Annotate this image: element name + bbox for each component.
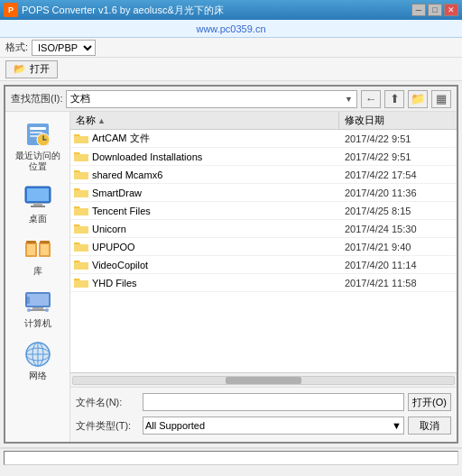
folder-icon [74,187,88,199]
cancel-button[interactable]: 取消 [408,416,451,435]
folder-icon [74,169,88,181]
open-bar: 📂 打开 [0,58,462,81]
format-select[interactable]: ISO/PBP [32,40,96,56]
new-folder-icon: 📁 [411,92,425,105]
file-row[interactable]: VideoCopilot2017/4/20 11:14 [70,256,457,274]
view-icon: ▦ [436,92,447,105]
file-name: VideoCopilot [92,260,148,270]
file-name-cell: shared Mcamx6 [70,169,339,181]
file-name-cell: UPUPOO [70,241,339,253]
close-button[interactable]: ✕ [444,4,458,16]
folder-icon [74,223,88,235]
file-row[interactable]: Tencent Files2017/4/25 8:15 [70,202,457,220]
new-folder-button[interactable]: 📁 [408,90,428,108]
open-dialog: 查找范围(I): 文档 ▼ ← ⬆ 📁 ▦ [4,85,458,444]
up-folder-icon: ⬆ [390,92,400,105]
folder-icon [74,241,88,253]
status-bar [0,447,462,467]
col-name-header[interactable]: 名称 ▲ [70,112,339,129]
library-label: 库 [33,266,42,277]
minimize-button[interactable]: ─ [411,4,426,16]
recent-icon [23,120,52,149]
file-name-cell: Tencent Files [70,205,339,217]
filetype-value: All Supported [145,420,205,431]
network-icon [23,340,52,369]
sidebar-item-computer[interactable]: 计算机 [9,283,67,334]
file-name-cell: Unicorn [70,223,339,235]
svg-rect-18 [32,307,43,309]
svg-rect-7 [27,188,49,201]
file-name-cell: ArtCAM 文件 [70,132,339,145]
svg-rect-1 [30,127,46,130]
svg-rect-14 [26,241,36,243]
path-combo-arrow: ▼ [345,95,353,104]
file-row[interactable]: SmartDraw2017/4/20 11:36 [70,184,457,202]
content-area: 最近访问的位置 桌面 [5,112,457,442]
up-folder-button[interactable]: ⬆ [384,90,404,108]
file-date-cell: 2017/4/20 11:14 [339,260,457,270]
file-name: UPUPOO [92,242,135,252]
file-row[interactable]: YHD Files2017/4/21 11:58 [70,274,457,292]
status-text [4,451,458,465]
svg-point-20 [27,308,31,312]
hscroll-track[interactable] [72,376,455,385]
file-row[interactable]: shared Mcamx62017/4/22 17:54 [70,166,457,184]
app-icon: P [4,3,18,17]
file-row[interactable]: UPUPOO2017/4/21 9:40 [70,238,457,256]
file-name: Tencent Files [92,206,151,216]
window-controls: ─ □ ✕ [411,4,458,16]
file-date-cell: 2017/4/22 9:51 [339,151,457,162]
file-name: Downloaded Installations [92,151,202,162]
file-list-header: 名称 ▲ 修改日期 [70,112,457,130]
maximize-button[interactable]: □ [428,4,442,16]
desktop-icon [23,183,52,212]
svg-rect-9 [31,206,45,207]
filetype-select[interactable]: All Supported ▼ [143,416,404,435]
computer-icon [23,288,52,316]
svg-rect-17 [27,294,49,306]
network-label: 网络 [29,371,47,381]
back-button[interactable]: ← [361,90,381,108]
filename-input[interactable] [143,393,404,411]
folder-icon [74,277,88,289]
sidebar: 最近访问的位置 桌面 [5,112,70,442]
path-combo-text: 文档 [70,92,90,105]
view-button[interactable]: ▦ [431,90,451,108]
svg-rect-12 [27,244,35,255]
file-date-cell: 2017/4/22 9:51 [339,133,457,144]
col-date-header[interactable]: 修改日期 [339,112,457,129]
toolbar-label: 查找范围(I): [11,92,62,105]
file-name: SmartDraw [92,188,142,198]
format-label: 格式: [5,41,28,54]
file-list[interactable]: ArtCAM 文件2017/4/22 9:51Downloaded Instal… [70,130,457,372]
file-row[interactable]: ArtCAM 文件2017/4/22 9:51 [70,130,457,148]
hscroll-thumb[interactable] [226,377,301,384]
open-confirm-button[interactable]: 打开(O) [408,393,451,411]
bottom-form: 文件名(N): 打开(O) 文件类型(T): All Supported ▼ 取… [70,387,457,442]
title-bar-left: P POPS Converter v1.6 by aeolusc&月光下的床 [4,3,224,17]
filetype-row: 文件类型(T): All Supported ▼ 取消 [76,415,451,436]
filetype-label: 文件类型(T): [76,419,139,433]
file-name-cell: VideoCopilot [70,259,339,271]
file-name-cell: Downloaded Installations [70,151,339,163]
open-button[interactable]: 📂 打开 [5,60,58,78]
svg-point-21 [45,308,49,312]
file-date-cell: 2017/4/22 17:54 [339,169,457,180]
file-name-cell: SmartDraw [70,187,339,199]
path-combo[interactable]: 文档 ▼ [66,90,357,108]
file-row[interactable]: Unicorn2017/4/24 15:30 [70,220,457,238]
open-icon: 📂 [14,63,26,75]
sidebar-item-network[interactable]: 网络 [9,335,67,386]
file-row[interactable]: Downloaded Installations2017/4/22 9:51 [70,148,457,166]
sidebar-item-library[interactable]: 库 [9,231,67,281]
sidebar-item-recent[interactable]: 最近访问的位置 [9,115,67,177]
file-name: YHD Files [92,278,137,288]
open-label: 打开 [30,62,50,76]
svg-rect-19 [30,309,46,311]
filename-row: 文件名(N): 打开(O) [76,391,451,413]
file-date-cell: 2017/4/21 9:40 [339,242,457,252]
svg-rect-22 [25,297,30,304]
horizontal-scrollbar[interactable] [70,372,457,387]
sidebar-item-desktop[interactable]: 桌面 [9,178,67,229]
file-name: Unicorn [92,224,126,234]
